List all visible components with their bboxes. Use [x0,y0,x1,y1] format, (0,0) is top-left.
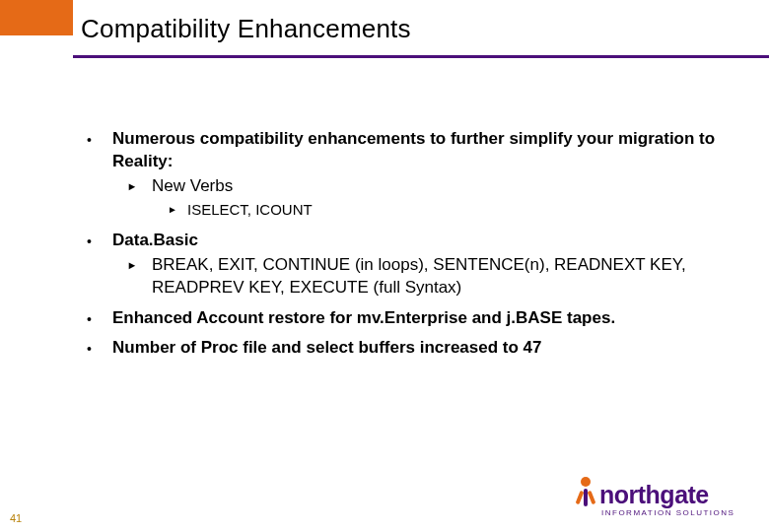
bullet-marker: • [81,128,112,224]
bullet-1-sub1: ► New Verbs [112,175,722,198]
slide-title: Compatibility Enhancements [81,14,411,44]
bullet-marker: • [81,307,112,331]
triangle-marker: ► [112,175,152,198]
logo-tagline: INFORMATION SOLUTIONS [601,508,734,517]
bullet-1-sub1a-text: ISELECT, ICOUNT [187,200,722,220]
slide-content: • Numerous compatibility enhancements to… [81,128,722,366]
bullet-marker: • [81,337,112,361]
bullet-2-body: Data.Basic ► BREAK, EXIT, CONTINUE (in l… [112,230,722,301]
bullet-4: • Number of Proc file and select buffers… [81,337,722,361]
bullet-2-text: Data.Basic [112,231,198,249]
triangle-marker: ► [152,200,187,220]
logo-dot [581,477,591,487]
logo-arm [588,491,596,504]
northgate-logo: northgate INFORMATION SOLUTIONS [574,477,751,522]
bullet-4-text: Number of Proc file and select buffers i… [112,337,722,361]
bullet-3-text: Enhanced Account restore for mv.Enterpri… [112,307,722,331]
logo-stem [584,489,588,506]
logo-wordmark: northgate [599,481,709,509]
logo-figure-icon [574,477,599,516]
header-accent-block [0,0,73,35]
bullet-2: • Data.Basic ► BREAK, EXIT, CONTINUE (in… [81,230,722,301]
bullet-1-body: Numerous compatibility enhancements to f… [112,128,722,224]
bullet-1-sub1-text: New Verbs [152,175,722,198]
triangle-marker: ► [112,254,152,299]
bullet-2-sub1: ► BREAK, EXIT, CONTINUE (in loops), SENT… [112,254,722,299]
bullet-marker: • [81,230,112,301]
bullet-1-text: Numerous compatibility enhancements to f… [112,129,715,170]
bullet-1: • Numerous compatibility enhancements to… [81,128,722,224]
title-underline [73,55,769,58]
bullet-3: • Enhanced Account restore for mv.Enterp… [81,307,722,331]
page-number: 41 [10,512,22,524]
bullet-2-sub1-text: BREAK, EXIT, CONTINUE (in loops), SENTEN… [152,254,722,299]
bullet-1-sub1a: ► ISELECT, ICOUNT [112,200,722,220]
